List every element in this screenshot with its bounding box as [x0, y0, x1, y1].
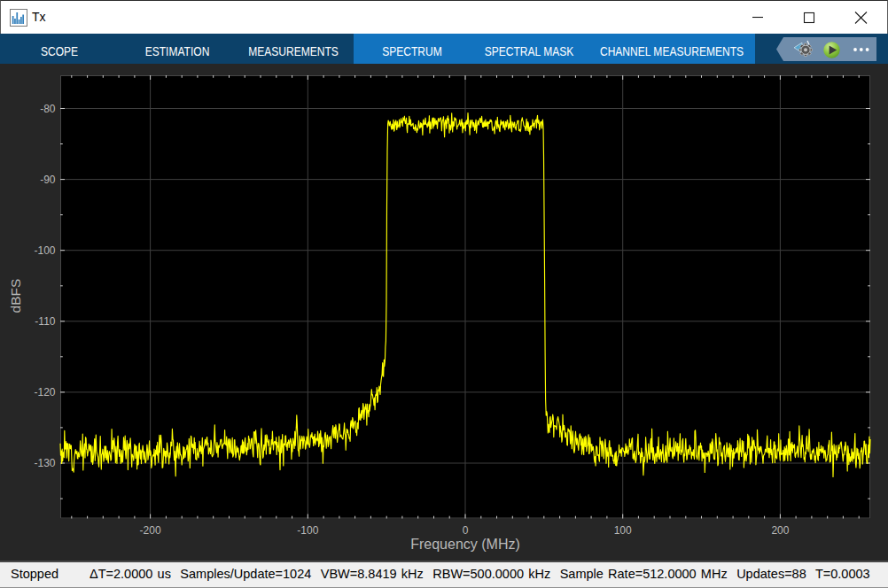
svg-text:0: 0: [463, 524, 469, 537]
svg-text:-80: -80: [40, 103, 56, 115]
svg-text:-90: -90: [40, 174, 56, 186]
svg-text:-110: -110: [35, 315, 55, 328]
svg-text:Frequency (MHz): Frequency (MHz): [410, 537, 520, 552]
svg-text:-100: -100: [34, 244, 55, 257]
svg-text:-120: -120: [34, 386, 55, 398]
svg-text:100: 100: [614, 524, 632, 537]
svg-text:dBFS: dBFS: [8, 279, 23, 313]
svg-text:-100: -100: [297, 524, 318, 537]
svg-text:-130: -130: [34, 457, 55, 469]
svg-text:200: 200: [771, 524, 789, 537]
svg-text:-200: -200: [140, 524, 161, 537]
